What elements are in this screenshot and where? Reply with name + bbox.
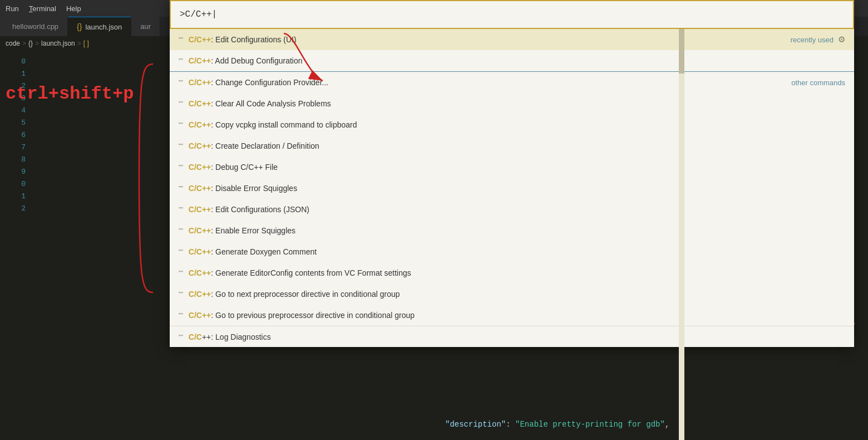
tab-launch-json-label: launch.json: [85, 23, 122, 31]
line-num-1: 1: [0, 67, 33, 80]
command-item-disable-squiggles[interactable]: "" C/C++: Disable Error Squiggles: [170, 178, 854, 199]
cmd-quote-icon-9: "": [179, 227, 183, 234]
tab-helloworld[interactable]: helloworld.cpp: [0, 17, 68, 36]
command-item-enable-squiggles[interactable]: "" C/C++: Enable Error Squiggles: [170, 220, 854, 241]
cmd-suffix-7: : Disable Error Squiggles: [211, 184, 297, 193]
cmd-label-14: C/C++: Log Diagnostics: [189, 333, 845, 341]
command-palette-scrollbar-track[interactable]: [679, 29, 684, 440]
command-item-edit-config-json[interactable]: "" C/C++: Edit Configurations (JSON): [170, 199, 854, 220]
cmd-quote-icon-8: "": [179, 206, 183, 213]
cmd-quote-icon-3: "": [179, 100, 183, 107]
cmd-suffix-5: : Create Declaration / Definition: [211, 141, 319, 150]
cmd-label-10: C/C++: Generate Doxygen Comment: [189, 247, 845, 256]
cmd-quote-icon-14: "": [179, 334, 183, 340]
cmd-label-5: C/C++: Create Declaration / Definition: [189, 141, 845, 150]
line-num-6: 6: [0, 129, 33, 141]
cmd-prefix-3: C/C++: [189, 99, 211, 108]
command-item-editorconfig[interactable]: "" C/C++: Generate EditorConfig contents…: [170, 262, 854, 283]
command-item-change-config[interactable]: "" C/C++: Change Configuration Provider.…: [170, 72, 854, 93]
command-search-input[interactable]: [170, 0, 854, 29]
command-item-create-decl[interactable]: "" C/C++: Create Declaration / Definitio…: [170, 135, 854, 157]
cmd-suffix-1: : Add Debug Configuration: [211, 56, 302, 65]
cmd-prefix-10: C/C++: [189, 247, 211, 256]
cmd-prefix-11: C/C++: [189, 268, 211, 277]
line-num-9: 9: [0, 165, 33, 178]
cmd-suffix-6: : Debug C/C++ File: [211, 163, 278, 172]
menu-terminal[interactable]: Terminal: [29, 4, 56, 13]
cmd-quote-icon-6: "": [179, 164, 183, 170]
command-item-clear-analysis[interactable]: "" C/C++: Clear All Code Analysis Proble…: [170, 93, 854, 114]
tab-launch-json[interactable]: {} launch.json: [68, 17, 131, 36]
tab-aur-label: aur: [140, 22, 151, 31]
cmd-label-1: C/C++: Add Debug Configuration: [189, 56, 845, 65]
command-item-prev-preprocessor[interactable]: "" C/C++: Go to previous preprocessor di…: [170, 305, 854, 326]
bottom-code-line: "description": "Enable pretty-printing f…: [445, 420, 669, 429]
line-num-12: 2: [0, 202, 33, 214]
line-num-11: 1: [0, 190, 33, 202]
line-numbers: 0 1 2 3 4 5 6 7 8 9 0 1 2: [0, 51, 33, 440]
breadcrumb-code[interactable]: code: [6, 40, 20, 47]
cmd-suffix-2: : Change Configuration Provider...: [211, 78, 328, 87]
cmd-quote-icon-11: "": [179, 270, 183, 276]
command-palette-scrollbar-thumb[interactable]: [679, 29, 684, 74]
keyboard-shortcut-annotation: ctrl+shift+p: [6, 84, 134, 104]
cmd-suffix-0: : Edit Configurations (UI): [211, 35, 296, 44]
menu-help[interactable]: Help: [66, 4, 81, 13]
line-num-8: 8: [0, 153, 33, 165]
cmd-right-2: other commands: [791, 79, 845, 87]
cmd-prefix-6: C/C++: [189, 163, 211, 172]
cmd-prefix-1: C/C++: [189, 56, 211, 65]
menu-run[interactable]: Run: [6, 4, 19, 13]
cmd-suffix-11: : Generate EditorConfig contents from VC…: [211, 268, 411, 277]
cmd-label-6: C/C++: Debug C/C++ File: [189, 163, 845, 172]
cmd-quote-icon-12: "": [179, 291, 183, 297]
cmd-prefix-9: C/C++: [189, 226, 211, 235]
line-num-7: 7: [0, 141, 33, 153]
breadcrumb-icon[interactable]: {}: [28, 40, 33, 47]
cmd-quote-icon-13: "": [179, 312, 183, 319]
command-item-doxygen[interactable]: "" C/C++: Generate Doxygen Comment: [170, 241, 854, 262]
cmd-label-4: C/C++: Copy vcpkg install command to cli…: [189, 120, 845, 129]
cmd-prefix-5: C/C++: [189, 141, 211, 150]
breadcrumb-array[interactable]: [ ]: [83, 40, 89, 47]
command-palette: "" C/C++: Edit Configurations (UI) recen…: [170, 0, 854, 347]
breadcrumb-sep-3: >: [77, 40, 81, 47]
cmd-suffix-12: : Go to next preprocessor directive in c…: [211, 290, 400, 299]
cmd-label-12: C/C++: Go to next preprocessor directive…: [189, 290, 845, 299]
cmd-quote-icon-0: "": [179, 36, 183, 43]
cmd-prefix-12: C/C++: [189, 290, 211, 299]
cmd-prefix-7: C/C++: [189, 184, 211, 193]
cmd-label-0: C/C++: Edit Configurations (UI): [189, 35, 791, 44]
cmd-quote-icon-7: "": [179, 185, 183, 192]
breadcrumb-launch[interactable]: launch.json: [41, 40, 75, 47]
cmd-suffix-3: : Clear All Code Analysis Problems: [211, 99, 331, 108]
command-item-add-debug[interactable]: "" C/C++: Add Debug Configuration: [170, 50, 854, 71]
cmd-prefix-4: C/C++: [189, 120, 211, 129]
command-item-edit-config-ui[interactable]: "" C/C++: Edit Configurations (UI) recen…: [170, 29, 854, 50]
command-item-log-diagnostics[interactable]: "" C/C++: Log Diagnostics: [170, 326, 854, 347]
tab-aur[interactable]: aur: [131, 17, 160, 36]
tab-launch-json-icon: {}: [77, 22, 82, 31]
other-commands-label: other commands: [791, 79, 845, 87]
cmd-suffix-8: : Edit Configurations (JSON): [211, 205, 309, 214]
recently-used-label: recently used: [791, 36, 834, 44]
cmd-prefix-13: C/C++: [189, 311, 211, 320]
cmd-prefix-0: C/C++: [189, 35, 211, 44]
cmd-label-3: C/C++: Clear All Code Analysis Problems: [189, 99, 845, 108]
cmd-prefix-2: C/C++: [189, 78, 211, 87]
breadcrumb-sep-2: >: [35, 40, 39, 47]
cmd-suffix-13: : Go to previous preprocessor directive …: [211, 311, 415, 320]
cmd-label-9: C/C++: Enable Error Squiggles: [189, 226, 845, 235]
command-item-debug-file[interactable]: "" C/C++: Debug C/C++ File: [170, 157, 854, 178]
cmd-quote-icon-2: "": [179, 79, 183, 86]
line-num-4: 4: [0, 104, 33, 116]
line-num-5: 5: [0, 116, 33, 129]
cmd-quote-icon-5: "": [179, 143, 183, 149]
gear-icon: ⚙: [838, 35, 845, 45]
line-num-0: 0: [0, 55, 33, 67]
cmd-label-13: C/C++: Go to previous preprocessor direc…: [189, 311, 845, 320]
command-item-next-preprocessor[interactable]: "" C/C++: Go to next preprocessor direct…: [170, 283, 854, 305]
cmd-prefix-14: C/C: [189, 333, 202, 341]
cmd-prefix-8: C/C++: [189, 205, 211, 214]
command-item-copy-vcpkg[interactable]: "" C/C++: Copy vcpkg install command to …: [170, 114, 854, 135]
